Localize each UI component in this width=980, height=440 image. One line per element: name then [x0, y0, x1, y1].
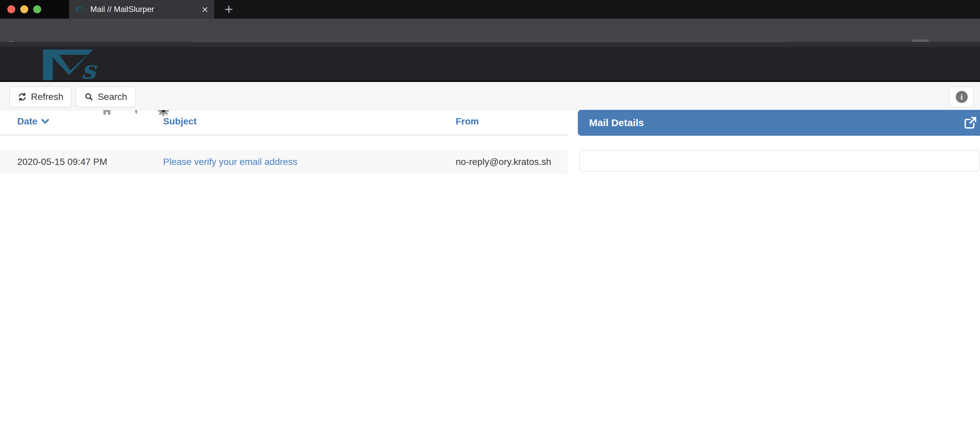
mail-details-title: Mail Details — [589, 117, 644, 129]
external-link-icon — [963, 116, 978, 130]
new-tab-button[interactable]: + — [221, 1, 237, 17]
sort-desc-chevron-icon — [41, 118, 49, 125]
navbar-bottom-border — [0, 81, 980, 82]
window-minimize-button[interactable] — [20, 5, 28, 13]
search-button[interactable]: Search — [76, 87, 136, 107]
refresh-icon — [18, 92, 27, 102]
open-in-new-window-button[interactable] — [963, 116, 978, 130]
browser-tab-bar: s Mail // MailSlurper × + — [0, 0, 980, 19]
column-header-subject[interactable]: Subject — [163, 116, 197, 127]
tab-favicon-mailslurper-icon: s — [75, 6, 86, 13]
mail-from-cell: no-reply@ory.kratos.sh — [456, 157, 551, 167]
mail-row[interactable]: 2020-05-15 09:47 PM Please verify your e… — [0, 150, 568, 174]
mail-details-header: Mail Details — [578, 110, 980, 136]
tab-title: Mail // MailSlurper — [90, 5, 197, 14]
refresh-button[interactable]: Refresh — [9, 87, 72, 107]
action-toolbar — [0, 83, 980, 110]
tab-close-icon[interactable]: × — [202, 4, 208, 15]
column-header-from[interactable]: From — [456, 116, 479, 127]
mailslurper-logo[interactable]: s — [7, 48, 140, 80]
svg-text:s: s — [82, 8, 84, 12]
column-header-from-label: From — [456, 116, 479, 127]
search-button-label: Search — [98, 92, 127, 102]
svg-text:s: s — [81, 55, 97, 84]
search-icon — [84, 92, 94, 102]
info-button[interactable]: i — [949, 87, 974, 107]
mail-subject-link[interactable]: Please verify your email address — [163, 157, 298, 167]
refresh-button-label: Refresh — [31, 92, 64, 102]
column-header-subject-label: Subject — [163, 116, 197, 127]
column-header-date-label: Date — [17, 116, 38, 127]
window-close-button[interactable] — [7, 5, 15, 13]
window-zoom-button[interactable] — [33, 5, 41, 13]
app-navbar: s — [0, 47, 980, 81]
mail-details-body — [579, 150, 979, 172]
mail-date-cell: 2020-05-15 09:47 PM — [17, 157, 107, 167]
browser-toolbar: 127.0.0.1:4436 ••• — [0, 19, 980, 42]
info-icon: i — [956, 91, 968, 103]
mail-row-empty — [0, 135, 568, 150]
column-header-date[interactable]: Date — [17, 116, 49, 127]
browser-tab[interactable]: s Mail // MailSlurper × — [69, 0, 214, 19]
toolbar-bottom-strip — [0, 42, 980, 47]
